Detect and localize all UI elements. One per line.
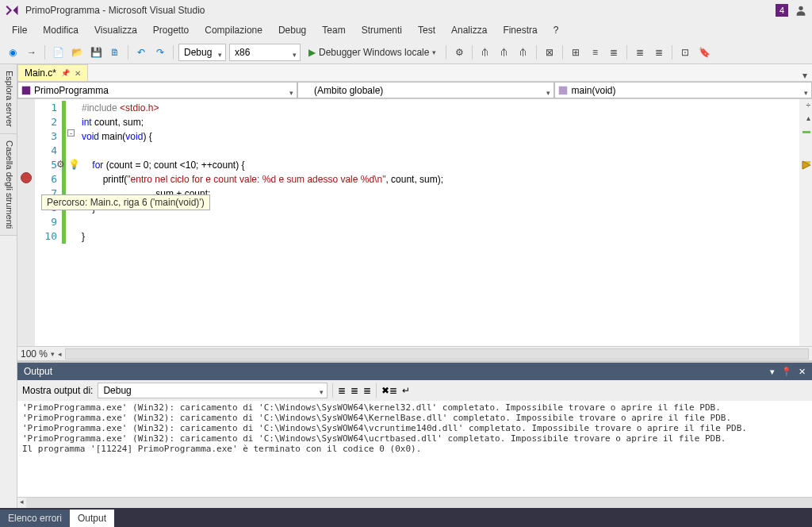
output-title: Output	[24, 366, 52, 377]
tool-button[interactable]: ≣	[606, 44, 622, 60]
sidebar-tab-esplora-server[interactable]: Esplora server	[0, 64, 17, 134]
menu-debug[interactable]: Debug	[271, 22, 313, 38]
tab-dropdown-icon[interactable]: ▾	[798, 70, 812, 81]
tool-button[interactable]: ≣	[338, 385, 346, 396]
breakpoint-gutter[interactable]	[17, 99, 35, 346]
tool-button[interactable]: 🔖	[696, 44, 712, 60]
horizontal-scrollbar[interactable]	[26, 498, 812, 508]
tool-button[interactable]: ≣	[632, 44, 648, 60]
notification-badge[interactable]: 4	[776, 4, 788, 17]
tool-button[interactable]: ⊡	[677, 44, 693, 60]
function-icon	[557, 85, 569, 96]
editor-area: Main.c* 📌 ✕ ▾ PrimoProgramma (Ambito glo…	[17, 64, 812, 508]
title-bar: PrimoProgramma - Microsoft Visual Studio…	[0, 0, 812, 20]
tool-button[interactable]: ⫛	[477, 44, 493, 60]
redo-button[interactable]: ↷	[152, 44, 168, 60]
scroll-left-icon[interactable]: ◂	[17, 498, 26, 508]
tool-button[interactable]: ⫛	[496, 44, 512, 60]
separator	[472, 45, 473, 60]
user-icon[interactable]	[795, 4, 807, 17]
code-editor[interactable]: 12345678910 - #include <stdio.h>int coun…	[17, 99, 812, 346]
new-file-button[interactable]: 📄	[50, 44, 66, 60]
tool-button[interactable]: ≣	[350, 385, 358, 396]
separator	[626, 45, 627, 60]
save-button[interactable]: 💾	[88, 44, 104, 60]
file-tab-main-c[interactable]: Main.c* 📌 ✕	[17, 64, 88, 81]
separator	[128, 45, 128, 60]
output-text[interactable]: 'PrimoProgramma.exe' (Win32): caricament…	[17, 401, 812, 497]
menu-modifica[interactable]: Modifica	[36, 22, 86, 38]
undo-button[interactable]: ↶	[133, 44, 149, 60]
scope-label: (Ambito globale)	[314, 85, 383, 96]
left-sidebar: Esplora server Casella degli strumenti	[0, 64, 17, 508]
play-icon: ▶	[308, 47, 316, 58]
tool-button[interactable]: ⊠	[542, 44, 557, 60]
menu-strumenti[interactable]: Strumenti	[354, 22, 409, 38]
split-icon[interactable]: ÷	[806, 101, 811, 110]
dropdown-icon[interactable]: ▾	[770, 367, 775, 377]
outline-gutter[interactable]: -	[66, 99, 75, 346]
tool-button[interactable]: ⊞	[568, 44, 584, 60]
scope-selector[interactable]: (Ambito globale)	[297, 82, 555, 98]
vs-logo-icon	[5, 3, 19, 17]
separator	[562, 45, 563, 60]
code-actions[interactable]: ⚙ 💡	[56, 159, 80, 170]
menu-file[interactable]: File	[5, 22, 34, 38]
output-header: Output ▾ 📍 ✕	[17, 363, 812, 380]
overview-ruler[interactable]: ÷ ▴	[799, 99, 812, 346]
project-label: PrimoProgramma	[34, 85, 109, 96]
wrap-button[interactable]: ↵	[402, 385, 410, 396]
pin-icon[interactable]: 📍	[781, 367, 792, 377]
tool-button[interactable]: ≣	[651, 44, 667, 60]
menu-finestra[interactable]: Finestra	[496, 22, 544, 38]
breakpoint-marker[interactable]	[21, 172, 32, 183]
bottom-tab-output[interactable]: Output	[70, 510, 114, 527]
start-debug-button[interactable]: ▶ Debugger Windows locale ▾	[304, 47, 441, 58]
menu-test[interactable]: Test	[411, 22, 442, 38]
output-panel: Output ▾ 📍 ✕ Mostra output di: Debug ≣ ≣…	[17, 360, 812, 508]
filter-label: Mostra output di:	[22, 385, 93, 396]
function-label: main(void)	[571, 85, 615, 96]
zoom-level[interactable]: 100 %	[21, 348, 48, 360]
breakpoint-tooltip: Percorso: Main.c, riga 6 ('main(void)')	[41, 194, 210, 210]
gear-icon[interactable]: ⚙	[56, 159, 65, 170]
back-button[interactable]: ◉	[5, 44, 21, 60]
menu-analizza[interactable]: Analizza	[444, 22, 494, 38]
menu-bar: File Modifica Visualizza Progetto Compil…	[0, 20, 812, 40]
tool-button[interactable]: ⫛	[515, 44, 531, 60]
scroll-left-icon[interactable]: ◂	[58, 350, 62, 358]
clear-button[interactable]: ✖≣	[381, 385, 397, 396]
config-dropdown[interactable]: Debug	[178, 44, 226, 61]
tool-button[interactable]: ≡	[587, 44, 603, 60]
sidebar-tab-casella-strumenti[interactable]: Casella degli strumenti	[0, 134, 17, 236]
lightbulb-icon[interactable]: 💡	[68, 159, 80, 170]
project-icon	[21, 85, 32, 96]
save-all-button[interactable]: 🗎	[107, 44, 123, 60]
close-icon[interactable]: ✕	[75, 69, 81, 78]
editor-status-bar: 100 % ▾ ◂	[17, 346, 812, 360]
menu-visualizza[interactable]: Visualizza	[87, 22, 144, 38]
menu-compilazione[interactable]: Compilazione	[197, 22, 270, 38]
forward-button[interactable]: →	[24, 44, 40, 60]
platform-dropdown[interactable]: x86	[229, 44, 301, 61]
start-label: Debugger Windows locale	[319, 47, 429, 58]
chevron-up-icon[interactable]: ▴	[806, 113, 810, 122]
pin-icon[interactable]: 📌	[61, 69, 70, 77]
tool-button[interactable]: ⚙	[451, 44, 467, 60]
project-selector[interactable]: PrimoProgramma	[17, 82, 297, 98]
menu-progetto[interactable]: Progetto	[146, 22, 196, 38]
bottom-tab-elenco-errori[interactable]: Elenco errori	[0, 510, 70, 527]
separator	[173, 45, 174, 60]
close-icon[interactable]: ✕	[799, 367, 806, 377]
code-body[interactable]: #include <stdio.h>int count, sum;void ma…	[75, 99, 799, 346]
horizontal-scrollbar[interactable]	[65, 348, 809, 360]
open-button[interactable]: 📂	[69, 44, 85, 60]
file-tab-bar: Main.c* 📌 ✕ ▾	[17, 64, 812, 82]
tool-button[interactable]: ≣	[363, 385, 371, 396]
menu-help[interactable]: ?	[546, 22, 566, 38]
output-source-dropdown[interactable]: Debug	[98, 383, 327, 398]
function-selector[interactable]: main(void)	[554, 82, 812, 98]
menu-team[interactable]: Team	[315, 22, 352, 38]
zoom-dropdown-icon[interactable]: ▾	[51, 350, 55, 358]
output-toolbar: Mostra output di: Debug ≣ ≣ ≣ ✖≣ ↵	[17, 380, 812, 401]
